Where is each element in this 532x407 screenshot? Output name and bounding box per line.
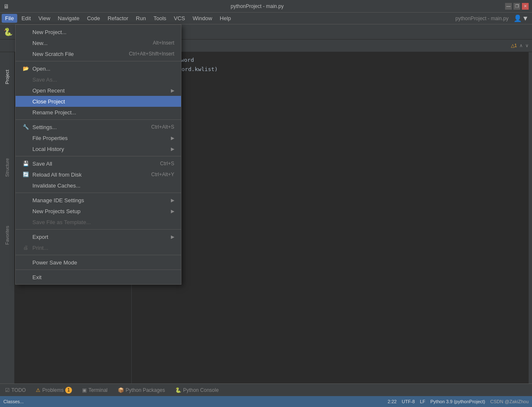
menu-item-manage-ide[interactable]: Manage IDE Settings ▶ [16,195,181,206]
tab-bar-right: △1 ∧ ∨ [511,40,532,52]
new-project-icon [22,29,29,35]
menu-item-invalidate[interactable]: Invalidate Caches... [16,180,181,191]
separator-7 [16,270,181,270]
project-panel-toggle[interactable]: Project [3,66,11,87]
todo-label: TODO [11,387,26,393]
watermark-text: CSDN @ZakiZhou [490,399,529,404]
code-editor[interactable]: 1 import keyword 2 print ( keyword.kwlis… [132,52,532,383]
menu-item-close-project[interactable]: Close Project [16,96,181,107]
menu-item-power-save[interactable]: Power Save Mode [16,257,181,268]
separator-6 [16,255,181,255]
menubar-navigate[interactable]: Navigate [54,14,82,23]
nav-down-button[interactable]: ∨ [525,43,529,48]
python-console-icon: 🐍 [175,387,181,393]
settings-shortcut: Ctrl+Alt+S [151,124,174,130]
close-button[interactable]: ✕ [522,3,529,10]
new-projects-setup-arrow: ▶ [171,209,174,214]
menu-item-save-as[interactable]: Save As... [16,74,181,85]
terminal-label: Terminal [88,387,107,393]
cursor-position[interactable]: 2:22 [388,399,396,404]
file-properties-arrow: ▶ [171,135,174,141]
menubar-help[interactable]: Help [216,14,234,23]
menubar-code[interactable]: Code [84,14,104,23]
nav-up-button[interactable]: ∧ [519,43,523,48]
separator-1 [16,61,181,61]
code-line-1: 1 import keyword [132,56,532,65]
separator-5 [16,229,181,230]
status-bar-right: 2:22 UTF-8 LF Python 3.9 (pythonProject)… [388,399,529,404]
menubar-run[interactable]: Run [133,14,149,23]
menu-item-settings[interactable]: 🔧 Settings... Ctrl+Alt+S [16,122,181,132]
account-button[interactable]: 👤▼ [512,13,530,23]
minimize-button[interactable]: — [505,3,512,10]
todo-icon: ☑ [5,387,10,393]
favorites-panel-toggle[interactable]: Favorites [3,222,11,248]
title-bar: 🖥 pythonProject - main.py — ❐ ✕ [0,0,532,13]
menu-item-save-all[interactable]: 💾 Save All Ctrl+S [16,158,181,169]
menubar-vcs[interactable]: VCS [170,14,189,23]
menu-item-open[interactable]: 📂 Open... [16,63,181,74]
menu-item-new[interactable]: New... Alt+Insert [16,37,181,48]
toolbar-icon-1: 🐍 [3,27,13,37]
menu-item-exit[interactable]: Exit [16,272,181,283]
todo-tab[interactable]: ☑ TODO [3,386,27,394]
menu-bar-right: pythonProject - main.py 👤▼ [455,13,530,23]
file-menu-dropdown: New Project... New... Alt+Insert New Scr… [15,24,181,285]
python-console-tab[interactable]: 🐍 Python Console [173,386,221,394]
menu-item-new-projects-setup[interactable]: New Projects Setup ▶ [16,206,181,217]
right-scrollbar[interactable] [529,52,532,383]
reload-icon: 🔄 [22,171,29,178]
print-label: Print... [32,245,48,251]
print-icon: 🖨 [22,244,29,251]
invalidate-icon [22,182,29,189]
status-bar: Classes... 2:22 UTF-8 LF Python 3.9 (pyt… [0,396,532,407]
menu-item-rename-project[interactable]: Rename Project... [16,107,181,118]
save-template-icon [22,219,29,225]
menubar-window[interactable]: Window [189,14,215,23]
left-icon-bar: Project Structure Favorites [0,52,15,383]
title-display: pythonProject - main.py [455,16,508,21]
python-version[interactable]: Python 3.9 (pythonProject) [431,399,485,404]
export-arrow: ▶ [171,234,174,240]
title-bar-left: 🖥 [3,3,9,10]
menu-item-save-template[interactable]: Save File as Template... [16,217,181,227]
open-recent-arrow: ▶ [171,88,174,93]
menu-item-new-project[interactable]: New Project... [16,26,181,37]
menubar-refactor[interactable]: Refactor [104,14,132,23]
new-label: New... [32,40,48,46]
menu-bar: File Edit View Navigate Code Refactor Ru… [0,13,532,24]
settings-label: Settings... [32,124,57,130]
power-save-label: Power Save Mode [32,259,77,266]
problems-tab[interactable]: ⚠ Problems 1 [34,386,74,394]
line-separator[interactable]: LF [420,399,426,404]
python-packages-tab[interactable]: 📦 Python Packages [116,386,167,394]
menubar-file[interactable]: File [2,14,17,23]
local-history-arrow: ▶ [171,146,174,152]
new-icon [22,40,29,46]
menu-item-file-properties[interactable]: File Properties ▶ [16,132,181,143]
status-message: Classes... [3,399,24,404]
menu-item-new-scratch[interactable]: New Scratch File Ctrl+Alt+Shift+Insert [16,48,181,59]
settings-menu-icon: 🔧 [22,124,29,130]
menubar-tools[interactable]: Tools [150,14,170,23]
separator-4 [16,193,181,193]
menu-item-export[interactable]: Export ▶ [16,231,181,242]
new-projects-setup-label: New Projects Setup [32,208,80,214]
menubar-view[interactable]: View [35,14,53,23]
menu-item-open-recent[interactable]: Open Recent ▶ [16,85,181,96]
menu-item-local-history[interactable]: Local History ▶ [16,143,181,154]
title-bar-controls[interactable]: — ❐ ✕ [505,3,529,10]
save-template-label: Save File as Template... [32,219,91,225]
new-shortcut: Alt+Insert [153,40,174,46]
problems-icon: ⚠ [36,387,40,393]
menu-item-print[interactable]: 🖨 Print... [16,242,181,253]
menubar-edit[interactable]: Edit [18,14,34,23]
file-properties-icon [22,135,29,141]
save-all-label: Save All [32,161,52,167]
encoding-indicator[interactable]: UTF-8 [402,399,415,404]
menu-item-reload[interactable]: 🔄 Reload All from Disk Ctrl+Alt+Y [16,169,181,180]
terminal-tab[interactable]: ▣ Terminal [80,386,109,394]
structure-panel-toggle[interactable]: Structure [3,155,11,180]
maximize-button[interactable]: ❐ [513,3,520,10]
close-project-label: Close Project [32,98,65,105]
